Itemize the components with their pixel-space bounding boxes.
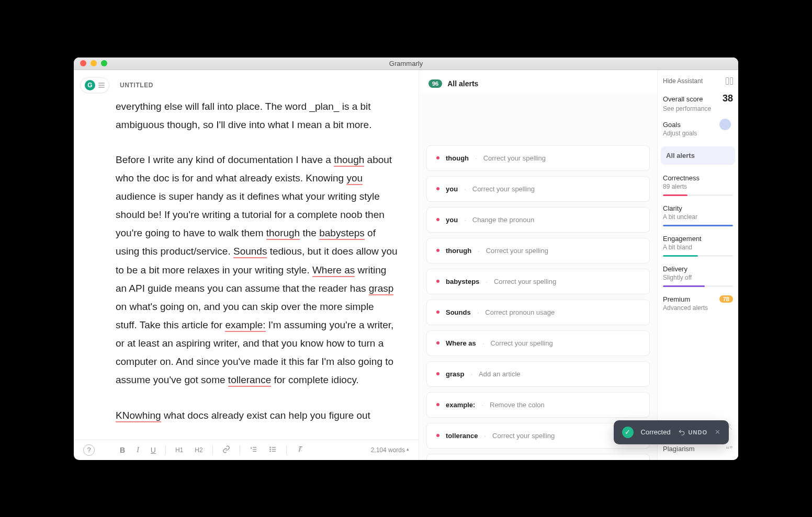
premium-sub: Advanced alerts [663,304,733,312]
alert-word: you [446,185,458,193]
editor-scroll[interactable]: everything else will fall into place. Th… [74,97,419,440]
alert-card[interactable]: example:·Remove the colon [426,392,650,418]
alert-word: grasp [446,370,464,378]
minimize-window-button[interactable] [91,60,97,66]
ordered-list-button[interactable] [247,444,260,456]
filter-correctness[interactable]: Correctness 89 alerts [663,174,733,196]
editor-column: G UNTITLED everything else will fall int… [74,70,419,460]
alert-word: you [446,216,458,224]
filter-delivery[interactable]: Delivery Slightly off [663,265,733,287]
alert-message: Correct your spelling [486,247,548,255]
error-though[interactable]: though [334,154,364,167]
hide-assistant-button[interactable]: Hide Assistant [663,77,733,85]
filter-all-alerts[interactable]: All alerts [661,146,735,165]
arrow-up-icon: ▴ [407,446,409,452]
alert-dot-icon [436,311,439,314]
alert-card[interactable]: you·Change the pronoun [426,207,650,233]
error-whereas[interactable]: Where as [312,265,355,277]
score-sub: See performance [663,105,733,112]
alert-dot-icon [436,187,439,190]
clarity-sub: A bit unclear [663,213,733,221]
quotes-icon: ❝❞ [726,445,733,453]
svg-point-8 [269,451,270,451]
score-value: 38 [723,93,733,104]
alert-separator: · [478,247,480,255]
error-example[interactable]: example: [225,319,265,332]
undo-icon [678,429,685,436]
toast-label: Corrected [641,428,671,436]
document-title[interactable]: UNTITLED [120,82,153,89]
error-knowhing[interactable]: KNowhing [116,410,161,422]
alert-word: example: [446,401,475,409]
alerts-title: All alerts [447,79,478,88]
unordered-list-button[interactable] [267,444,279,456]
alert-message: Correct your spelling [490,339,552,347]
alert-card[interactable]: though·Correct your spelling [426,145,650,171]
toolbar-separator [286,445,287,455]
alert-separator: · [484,432,486,440]
toolbar-separator [212,445,213,455]
filter-clarity[interactable]: Clarity A bit unclear [663,204,733,226]
h2-button[interactable]: H2 [193,445,205,455]
alert-word: babysteps [446,278,479,285]
error-babysteps[interactable]: babysteps [319,227,365,240]
logo-pill[interactable]: G [80,77,109,93]
error-tollerance[interactable]: tollerance [228,374,271,387]
alerts-column: 96 All alerts though·Correct your spelli… [419,70,657,460]
editor-header: G UNTITLED [74,70,419,97]
bottom-toolbar: ? B I U H1 H2 [74,440,419,460]
alert-message: Correct your spelling [472,185,535,193]
filter-engagement[interactable]: Engagement A bit bland [663,235,733,257]
alerts-list[interactable]: though·Correct your spellingyou·Correct … [419,93,657,460]
editor-text[interactable]: everything else will fall into place. Th… [116,97,398,424]
alert-message: Correct pronoun usage [485,308,555,316]
alert-count-badge: 96 [428,79,442,88]
alert-card[interactable]: KNowhing·Correct your spelling [426,454,650,460]
alert-card[interactable]: Sounds·Correct pronoun usage [426,300,650,325]
goals-indicator-icon [719,119,731,130]
goals-section[interactable]: Goals Adjust goals [663,121,733,137]
plagiarism-link[interactable]: Plagiarism ❝❞ [663,445,733,453]
link-icon [222,445,230,453]
alert-dot-icon [436,403,439,406]
close-window-button[interactable] [80,60,86,66]
alert-dot-icon [436,156,439,159]
link-button[interactable] [220,444,232,456]
close-toast-button[interactable]: ✕ [715,428,720,436]
alert-dot-icon [436,280,439,283]
app-window: Grammarly G UNTITLED everything else wil… [74,58,738,460]
undo-button[interactable]: UNDO [678,429,707,436]
alert-word: tollerance [446,432,478,440]
clear-formatting-button[interactable] [294,444,306,456]
alert-card[interactable]: you·Correct your spelling [426,176,650,202]
alert-card[interactable]: babysteps·Correct your spelling [426,269,650,294]
overall-score-section[interactable]: Overall score 38 See performance [663,93,733,112]
alert-dot-icon [436,341,439,344]
error-sounds[interactable]: Sounds [233,246,267,258]
alert-separator: · [464,185,466,193]
bold-button[interactable]: B [118,445,127,455]
maximize-window-button[interactable] [101,60,107,66]
alert-dot-icon [436,218,439,221]
error-grasp[interactable]: grasp [369,283,394,295]
alert-message: Correct your spelling [483,154,546,162]
error-thorugh[interactable]: thorugh [266,227,300,240]
alert-card[interactable]: grasp·Add an article [426,361,650,387]
plagiarism-label: Plagiarism [663,445,695,453]
alert-message: Change the pronoun [472,216,535,224]
h1-button[interactable]: H1 [173,445,185,455]
underline-button[interactable]: U [149,445,158,455]
alert-message: Remove the colon [490,401,545,409]
alert-separator: · [470,370,472,378]
help-button[interactable]: ? [83,444,95,456]
alert-separator: · [486,278,488,285]
filter-premium[interactable]: Premium 78 Advanced alerts [663,295,733,312]
word-count[interactable]: 2,104 words▴ [371,446,409,454]
alert-card[interactable]: thorugh·Correct your spelling [426,238,650,263]
error-you[interactable]: you [346,173,363,185]
alert-separator: · [464,216,466,224]
italic-button[interactable]: I [134,445,141,455]
alert-card[interactable]: Where as·Correct your spelling [426,330,650,356]
correctness-sub: 89 alerts [663,183,733,190]
panel-icon [726,77,733,85]
